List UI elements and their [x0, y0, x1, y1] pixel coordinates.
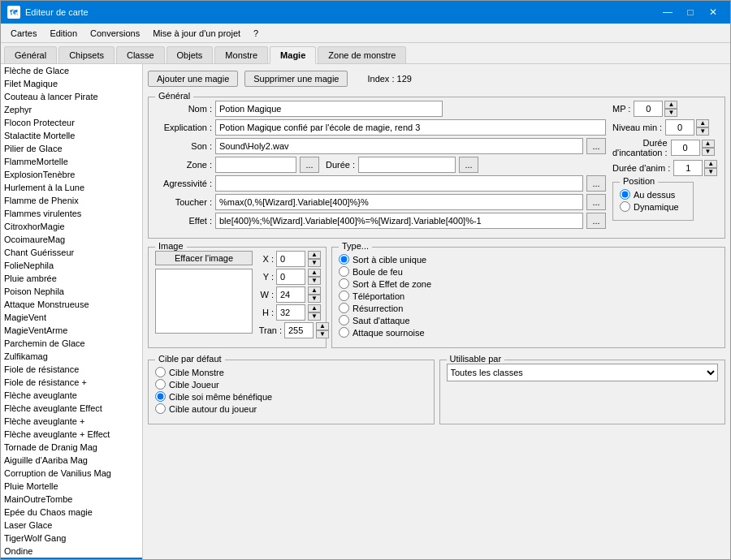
list-item[interactable]: Ondine — [1, 545, 142, 558]
x-input[interactable] — [276, 251, 305, 267]
list-item[interactable]: Pluie Mortelle — [1, 480, 142, 493]
list-item[interactable]: Flocon Protecteur — [1, 116, 142, 129]
position-au-dessus-radio[interactable] — [620, 189, 630, 200]
explication-input[interactable] — [215, 119, 606, 136]
list-item[interactable]: Poison Nephila — [1, 285, 142, 298]
menu-edition[interactable]: Edition — [43, 27, 84, 40]
menu-cartes[interactable]: Cartes — [4, 27, 43, 40]
cible-autour-joueur[interactable]: Cible autour du joueur — [155, 403, 427, 414]
niveau-min-input[interactable] — [665, 119, 694, 136]
y-input[interactable] — [276, 269, 305, 285]
list-item[interactable]: Laser Glace — [1, 519, 142, 532]
spell-list[interactable]: Flèche de GlaceFilet MagiqueCouteau à la… — [1, 64, 142, 559]
minimize-button[interactable]: — — [657, 4, 678, 20]
list-item[interactable]: Epée du Chaos magie — [1, 506, 142, 519]
cible-joueur[interactable]: Cible Joueur — [155, 379, 427, 390]
type-teleportation[interactable]: Téléportation — [339, 291, 718, 301]
list-item[interactable]: Flèche aveuglante Effect — [1, 402, 142, 415]
w-input[interactable] — [276, 286, 305, 303]
tab-classe[interactable]: Classe — [116, 46, 165, 63]
list-item[interactable]: Pluie ambrée — [1, 272, 142, 285]
cible-autour-joueur-radio[interactable] — [155, 403, 166, 414]
list-item[interactable]: Flèche aveuglante + Effect — [1, 428, 142, 441]
list-item[interactable]: TigerWolf Gang — [1, 532, 142, 545]
cible-soi-meme[interactable]: Cible soi même bénéfique — [155, 391, 427, 402]
tran-up[interactable]: ▲ — [316, 322, 329, 330]
duree-incantation-down[interactable]: ▼ — [702, 148, 715, 156]
list-item[interactable]: FolieNephila — [1, 259, 142, 272]
list-item[interactable]: Fiole de résistance — [1, 363, 142, 376]
type-boule-feu-radio[interactable] — [339, 266, 349, 277]
nom-input[interactable] — [215, 101, 443, 117]
clear-image-button[interactable]: Effacer l'image — [155, 251, 253, 265]
zone-browse-button[interactable]: ... — [300, 157, 319, 173]
list-item[interactable]: Tornade de Dranig Mag — [1, 441, 142, 454]
list-item[interactable]: Chant Guérisseur — [1, 246, 142, 259]
maximize-button[interactable]: □ — [680, 4, 701, 20]
agressivite-input[interactable] — [215, 175, 583, 192]
tab-chipsets[interactable]: Chipsets — [58, 46, 115, 63]
tab-zone-monstre[interactable]: Zone de monstre — [318, 46, 406, 63]
menu-help[interactable]: ? — [247, 27, 265, 40]
tran-down[interactable]: ▼ — [316, 330, 329, 338]
delete-magic-button[interactable]: Supprimer une magie — [244, 71, 348, 87]
tab-monstre[interactable]: Monstre — [214, 46, 268, 63]
list-item[interactable]: Stalactite Mortelle — [1, 129, 142, 142]
position-au-dessus[interactable]: Au dessus — [620, 189, 686, 200]
position-dynamique-radio[interactable] — [620, 201, 630, 212]
duree-browse-button[interactable]: ... — [459, 157, 478, 173]
mp-input[interactable] — [634, 101, 663, 117]
type-boule-feu[interactable]: Boule de feu — [339, 266, 718, 277]
list-item[interactable]: Flammes virulentes — [1, 207, 142, 220]
type-resurrection-radio[interactable] — [339, 303, 349, 313]
h-up[interactable]: ▲ — [308, 304, 321, 312]
list-item[interactable]: Flèche aveuglante — [1, 389, 142, 402]
dur-anim-input[interactable] — [673, 160, 703, 176]
type-sort-cible-unique-radio[interactable] — [339, 254, 349, 265]
type-effet-zone-radio[interactable] — [339, 278, 349, 289]
effet-browse-button[interactable]: ... — [586, 213, 606, 229]
type-resurrection[interactable]: Résurrection — [339, 303, 718, 313]
add-magic-button[interactable]: Ajouter une magie — [148, 71, 238, 87]
list-item[interactable]: ExplosionTenèbre — [1, 168, 142, 181]
list-item[interactable]: MainOutreTombe — [1, 493, 142, 506]
zone-input[interactable] — [215, 157, 296, 173]
type-attaque-sournoise[interactable]: Attaque sournoise — [339, 327, 718, 338]
type-saut-attaque-radio[interactable] — [339, 315, 349, 325]
list-item[interactable]: Zephyr — [1, 103, 142, 116]
niveau-min-down[interactable]: ▼ — [696, 127, 709, 136]
y-up[interactable]: ▲ — [308, 269, 321, 277]
close-button[interactable]: ✕ — [703, 4, 724, 20]
menu-mise-a-jour[interactable]: Mise à jour d'un projet — [146, 27, 247, 40]
list-item[interactable]: OcoimaureMag — [1, 233, 142, 246]
type-sort-cible-unique[interactable]: Sort à cible unique — [339, 254, 718, 265]
effet-input[interactable] — [215, 213, 583, 229]
list-item[interactable]: Flèche aveuglante + — [1, 415, 142, 428]
type-effet-zone[interactable]: Sort à Effet de zone — [339, 278, 718, 289]
type-teleportation-radio[interactable] — [339, 291, 349, 301]
x-up[interactable]: ▲ — [308, 251, 321, 259]
list-item[interactable]: Zulfikamag — [1, 350, 142, 363]
w-down[interactable]: ▼ — [308, 295, 321, 303]
toucher-browse-button[interactable]: ... — [586, 194, 606, 210]
list-item[interactable]: MagieVent — [1, 311, 142, 324]
cible-monstre[interactable]: Cible Monstre — [155, 367, 427, 377]
niveau-min-up[interactable]: ▲ — [696, 119, 709, 127]
dur-anim-up[interactable]: ▲ — [704, 160, 717, 168]
y-down[interactable]: ▼ — [308, 277, 321, 285]
h-input[interactable] — [276, 304, 305, 321]
cible-joueur-radio[interactable] — [155, 379, 166, 390]
duree-incantation-input[interactable] — [671, 140, 700, 156]
son-browse-button[interactable]: ... — [586, 138, 606, 154]
cible-soi-meme-radio[interactable] — [155, 391, 166, 402]
duree-input[interactable] — [358, 157, 456, 173]
duree-incantation-up[interactable]: ▲ — [702, 140, 715, 148]
list-item[interactable]: Flamme de Phenix — [1, 194, 142, 207]
menu-conversions[interactable]: Conversions — [84, 27, 146, 40]
utilise-select[interactable]: Toutes les classes — [447, 364, 719, 381]
list-item[interactable]: Hurlement à la Lune — [1, 181, 142, 194]
son-input[interactable] — [215, 138, 583, 154]
list-item[interactable]: Pilier de Glace — [1, 142, 142, 155]
tab-general[interactable]: Général — [4, 46, 57, 63]
h-down[interactable]: ▼ — [308, 312, 321, 321]
